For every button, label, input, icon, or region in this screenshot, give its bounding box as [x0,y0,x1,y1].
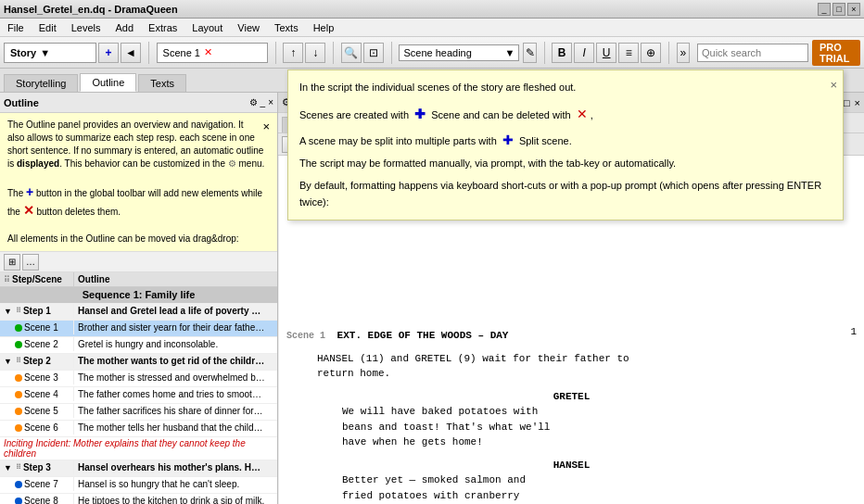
underline-button[interactable]: U [596,43,616,63]
story-dropdown[interactable]: Story ▼ [4,43,96,63]
arrow-left-button[interactable]: ◄ [121,43,141,63]
sequence-label-1: Sequence 1: Family life [83,289,196,300]
maximize-right-icon[interactable]: □ [844,97,850,108]
menu-edit[interactable]: Edit [35,21,60,34]
inciting-label-1: Inciting Incident: Mother explains that … [4,438,273,459]
status-dot-7 [15,481,22,488]
scene-1-label: Scene 1 [0,321,74,334]
more-format-button[interactable]: ≡ [618,43,639,63]
status-dot-5 [15,408,22,415]
minimize-button[interactable]: _ [818,3,831,16]
chevron-icon3: ▼ [4,463,12,472]
scene-3-outline: The mother is stressed and overwhelmed b… [74,371,269,384]
menu-file[interactable]: File [4,21,28,34]
drag-handle-icon: ⠿ [16,307,21,315]
scene-row-3[interactable]: Scene 3 The mother is stressed and overw… [0,371,277,387]
close-info-button[interactable]: × [262,119,270,135]
zoom-button[interactable]: 🔍 [341,43,362,63]
scene-8-outline: He tiptoes to the kitchen to drink a sip… [74,494,269,504]
scene-row-7[interactable]: Scene 7 Hansel is so hungry that he can'… [0,477,277,494]
italic-button[interactable]: I [574,43,594,63]
menu-view[interactable]: View [234,21,263,34]
outline-col-headers: ⠿ Step/Scene Outline [0,272,277,287]
chevron-down-icon2: ▼ [505,47,515,58]
scene-row-1[interactable]: Scene 1 Brother and sister yearn for the… [0,321,277,337]
panel-close-icon[interactable]: × [268,97,273,107]
scene-row-8[interactable]: Scene 8 He tiptoes to the kitchen to dri… [0,494,277,504]
info-text1: The Outline panel provides an overview a… [7,120,263,169]
step-row-1[interactable]: ▼ ⠿ Step 1 Hansel and Gretel lead a life… [0,304,277,321]
panel-minimize-icon[interactable]: _ [260,97,266,107]
info-popup: × In the script the individual scenes of… [287,156,844,220]
step-1-label: ▼ ⠿ Step 1 [0,304,74,318]
tab-outline[interactable]: Outline [80,73,136,92]
panel-settings-icon[interactable]: ⚙ [249,97,258,107]
outline-btn1[interactable]: ⊞ [4,254,20,271]
character-hansel-1: HANSEL [286,458,857,473]
menu-help[interactable]: Help [310,21,338,34]
info-text3: All elements in the Outline can be moved… [7,233,239,244]
nav-buttons: ↑ ↓ [283,43,325,63]
scene-row-4[interactable]: Scene 4 The father comes home and tries … [0,387,277,404]
inciting-row-1: Inciting Incident: Mother explains that … [0,437,277,460]
menu-layout[interactable]: Layout [188,21,226,34]
close-right-icon[interactable]: × [855,97,860,108]
menu-texts[interactable]: Texts [271,21,302,34]
info-text-menu: menu. [239,158,265,169]
menu-add[interactable]: Add [112,21,138,34]
step-3-label: ▼ ⠿ Step 3 [0,460,74,474]
nav-down-button[interactable]: ↓ [305,43,325,63]
maximize-button[interactable]: □ [832,3,845,16]
scene-row-2[interactable]: Scene 2 Gretel is hungry and inconsolabl… [0,337,277,354]
separator1 [148,42,149,64]
step-row-3[interactable]: ▼ ⠿ Step 3 Hansel overhears his mother's… [0,460,277,477]
outline-btn2[interactable]: … [22,254,39,271]
scene-label: Scene 1 [163,47,200,58]
window-title: Hansel_Gretel_en.dq - DramaQueen [4,4,178,15]
menu-levels[interactable]: Levels [68,21,105,34]
add-story-button[interactable]: + [98,43,119,63]
step-row-2[interactable]: ▼ ⠿ Step 2 The mother wants to get rid o… [0,354,277,371]
info-text2c: button deletes them. [36,207,121,217]
format-dropdown[interactable]: Scene heading ▼ [399,44,519,61]
step-1-outline: Hansel and Gretel lead a life of poverty… [74,304,269,318]
tab-texts[interactable]: Texts [138,74,186,92]
close-button[interactable]: × [847,3,860,16]
script-action1: HANSEL (11) and GRETEL (9) wait for thei… [286,351,857,382]
right-panel-content: × In the script the individual scenes of… [278,156,864,504]
scene-4-outline: The father comes home and tries to smoot… [74,387,269,401]
drag-handle: ⠿ [4,275,10,284]
scene-header-row: Scene 1 EXT. EDGE OF THE WOODS – DAY 1 [286,324,857,347]
scene-7-outline: Hansel is so hungry that he can't sleep. [74,477,269,491]
menu-extras[interactable]: Extras [145,21,181,34]
dialogue-gretel-1: We will have baked potatoes with beans a… [342,404,801,450]
menubar: File Edit Levels Add Extras Layout View … [0,19,864,37]
scene-dropdown[interactable]: Scene 1 ✕ [157,43,268,63]
zoom-fit-button[interactable]: ⊡ [363,43,384,63]
dialogue-hansel-1: Better yet — smoked salmon and fried pot… [342,472,801,504]
drag-handle-icon2: ⠿ [16,357,21,365]
scene-3-label: Scene 3 [0,371,74,384]
outline-info: × The Outline panel provides an overview… [0,113,277,252]
scene-num-right: 1 [850,324,857,347]
more-button[interactable]: » [677,43,690,63]
status-dot-8 [15,498,22,504]
extra-format-button[interactable]: ⊕ [641,43,661,63]
scene-1-outline: Brother and sister yearn for their dear … [74,321,269,334]
format-apply-button[interactable]: ✎ [523,43,536,63]
outline-table[interactable]: Sequence 1: Family life ▼ ⠿ Step 1 Hanse… [0,287,277,504]
status-dot-2 [15,341,22,348]
tab-storytelling[interactable]: Storytelling [4,74,78,92]
scene-row-6[interactable]: Scene 6 The mother tells her husband tha… [0,421,277,437]
bold-button[interactable]: B [552,43,572,63]
nav-up-button[interactable]: ↑ [283,43,303,63]
left-panel-title: Outline [4,97,249,108]
search-input[interactable] [697,44,808,62]
sequence-header-1[interactable]: Sequence 1: Family life [0,287,277,304]
scene-6-outline: The mother tells her husband that the ch… [74,421,269,435]
popup-text4: The script may be formatted manually, vi… [299,156,832,172]
scene-num-left: Scene 1 [286,331,325,341]
scene-row-5[interactable]: Scene 5 The father sacrifices his share … [0,404,277,421]
separator2 [275,42,276,64]
info-text2a: The [7,188,26,198]
